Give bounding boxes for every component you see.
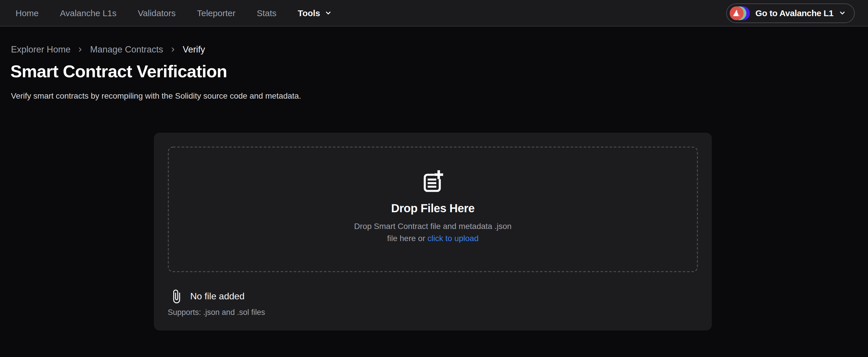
breadcrumb-explorer-home[interactable]: Explorer Home (11, 44, 71, 55)
dropzone-description-line1: Drop Smart Contract file and metadata .j… (354, 221, 512, 231)
cta-label: Go to Avalanche L1 (755, 8, 833, 18)
chevron-right-icon (78, 47, 83, 53)
nav-item-tools[interactable]: Tools (298, 8, 331, 18)
dropzone-description-line2: file here or (387, 234, 427, 243)
nav-item-avalanche-l1s[interactable]: Avalanche L1s (60, 8, 117, 18)
nav-tools-label: Tools (298, 8, 320, 18)
breadcrumb-verify: Verify (183, 44, 205, 55)
chain-logo-stack (730, 6, 749, 20)
supported-file-types: Supports: .json and .sol files (168, 308, 698, 317)
nav-item-stats[interactable]: Stats (257, 8, 276, 18)
page-subtitle: Verify smart contracts by recompiling wi… (11, 91, 301, 100)
breadcrumb-manage-contracts[interactable]: Manage Contracts (90, 44, 163, 55)
dropzone-description: Drop Smart Contract file and metadata .j… (354, 220, 512, 244)
chain-circle-red (730, 6, 743, 20)
click-to-upload-link[interactable]: click to upload (427, 234, 478, 243)
paperclip-icon (173, 289, 180, 304)
chevron-right-icon (170, 47, 176, 53)
file-dropzone[interactable]: Drop Files Here Drop Smart Contract file… (168, 147, 698, 272)
upload-card: Drop Files Here Drop Smart Contract file… (154, 132, 712, 330)
avalanche-logo-icon (732, 9, 740, 17)
chevron-down-icon (839, 10, 845, 16)
navbar: Home Avalanche L1s Validators Teleporter… (0, 0, 868, 27)
page: Home Avalanche L1s Validators Teleporter… (0, 0, 868, 357)
file-status-row: No file added (173, 289, 698, 304)
document-add-icon (421, 170, 444, 192)
page-title: Smart Contract Verification (10, 61, 227, 82)
nav-links: Home Avalanche L1s Validators Teleporter… (16, 8, 331, 18)
go-to-avalanche-l1-button[interactable]: Go to Avalanche L1 (726, 3, 855, 23)
dropzone-content: Drop Files Here Drop Smart Contract file… (168, 147, 698, 272)
nav-item-teleporter[interactable]: Teleporter (197, 8, 236, 18)
nav-item-validators[interactable]: Validators (138, 8, 176, 18)
file-status-label: No file added (190, 291, 245, 302)
breadcrumb: Explorer Home Manage Contracts Verify (11, 44, 205, 55)
nav-item-home[interactable]: Home (16, 8, 39, 18)
dropzone-heading: Drop Files Here (391, 202, 475, 215)
chevron-down-icon (325, 10, 331, 16)
